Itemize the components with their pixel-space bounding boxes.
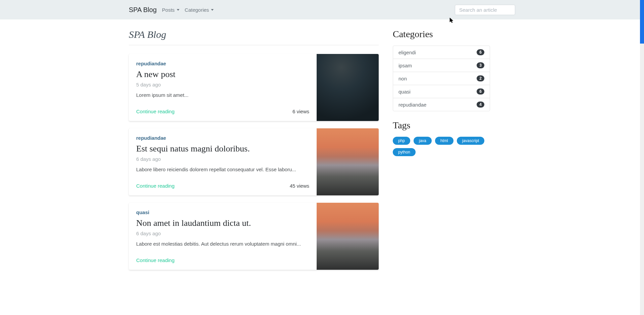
tag-pill[interactable]: php	[393, 137, 410, 145]
post-time: 6 days ago	[136, 156, 309, 162]
post-category-link[interactable]: repudiandae	[136, 61, 309, 66]
chevron-down-icon	[177, 9, 179, 11]
post-excerpt: Labore libero reiciendis dolorem repella…	[136, 166, 309, 173]
post-body: quasiNon amet in laudantium dicta ut.6 d…	[129, 203, 317, 270]
post-thumbnail[interactable]	[317, 203, 379, 270]
category-name: ipsam	[398, 63, 412, 68]
post-title[interactable]: Non amet in laudantium dicta ut.	[136, 218, 309, 229]
post-card: repudiandaeA new post5 days agoLorem ips…	[129, 54, 379, 121]
category-item[interactable]: eligendi6	[393, 46, 490, 59]
tag-pill[interactable]: javascript	[457, 137, 485, 145]
tag-pill[interactable]: html	[435, 137, 453, 145]
tag-cloud: phpjavahtmljavascriptpython	[393, 137, 490, 156]
continue-reading-link[interactable]: Continue reading	[136, 183, 174, 189]
post-footer: Continue reading	[136, 257, 309, 263]
scrollbar[interactable]	[640, 0, 644, 287]
brand-link[interactable]: SPA Blog	[129, 6, 157, 14]
post-footer: Continue reading6 views	[136, 109, 309, 114]
main-container: SPA Blog repudiandaeA new post5 days ago…	[121, 19, 523, 287]
navbar: SPA Blog Posts Categories	[0, 0, 644, 19]
category-name: quasi	[398, 89, 411, 94]
page-title: SPA Blog	[129, 29, 379, 40]
post-thumbnail[interactable]	[317, 54, 379, 121]
post-body: repudiandaeA new post5 days agoLorem ips…	[129, 54, 317, 121]
scrollbar-thumb[interactable]	[640, 0, 644, 44]
continue-reading-link[interactable]: Continue reading	[136, 257, 174, 263]
tags-heading: Tags	[393, 120, 490, 131]
post-excerpt: Labore est molestias debitis. Aut delect…	[136, 240, 309, 247]
nav-posts-label: Posts	[162, 7, 175, 13]
post-footer: Continue reading45 views	[136, 183, 309, 189]
category-name: non	[398, 76, 407, 81]
category-name: repudiandae	[398, 102, 426, 108]
posts-list: repudiandaeA new post5 days agoLorem ips…	[129, 54, 379, 270]
category-count-badge: 4	[477, 102, 484, 108]
post-time: 6 days ago	[136, 231, 309, 236]
sidebar: Categories eligendi6ipsam3non2quasi6repu…	[393, 29, 490, 277]
category-item[interactable]: non2	[393, 72, 490, 85]
post-body: repudiandaeEst sequi natus magni dolorib…	[129, 128, 317, 195]
chevron-down-icon	[211, 9, 214, 11]
post-title[interactable]: A new post	[136, 69, 309, 80]
post-time: 5 days ago	[136, 82, 309, 87]
category-count-badge: 2	[477, 75, 484, 81]
post-views: 45 views	[290, 183, 309, 189]
nav-posts-dropdown[interactable]: Posts	[162, 7, 179, 13]
post-views: 6 views	[292, 109, 309, 114]
divider	[129, 45, 379, 45]
category-item[interactable]: quasi6	[393, 85, 490, 98]
tag-pill[interactable]: java	[414, 137, 432, 145]
category-item[interactable]: repudiandae4	[393, 98, 490, 111]
post-category-link[interactable]: repudiandae	[136, 135, 309, 141]
categories-heading: Categories	[393, 29, 490, 40]
category-count-badge: 3	[477, 62, 484, 68]
category-name: eligendi	[398, 50, 416, 55]
post-title[interactable]: Est sequi natus magni doloribus.	[136, 143, 309, 154]
categories-list: eligendi6ipsam3non2quasi6repudiandae4	[393, 46, 490, 111]
tag-pill[interactable]: python	[393, 148, 416, 156]
nav-links: Posts Categories	[162, 7, 214, 13]
nav-categories-dropdown[interactable]: Categories	[185, 7, 214, 13]
post-thumbnail[interactable]	[317, 128, 379, 195]
category-count-badge: 6	[477, 49, 484, 55]
post-card: quasiNon amet in laudantium dicta ut.6 d…	[129, 203, 379, 270]
post-card: repudiandaeEst sequi natus magni dolorib…	[129, 128, 379, 195]
category-count-badge: 6	[477, 88, 484, 94]
category-item[interactable]: ipsam3	[393, 59, 490, 72]
continue-reading-link[interactable]: Continue reading	[136, 109, 174, 114]
main-column: SPA Blog repudiandaeA new post5 days ago…	[129, 29, 379, 277]
search-input[interactable]	[455, 5, 515, 15]
post-category-link[interactable]: quasi	[136, 209, 309, 215]
post-excerpt: Lorem ipsum sit amet...	[136, 91, 309, 99]
nav-categories-label: Categories	[185, 7, 209, 13]
